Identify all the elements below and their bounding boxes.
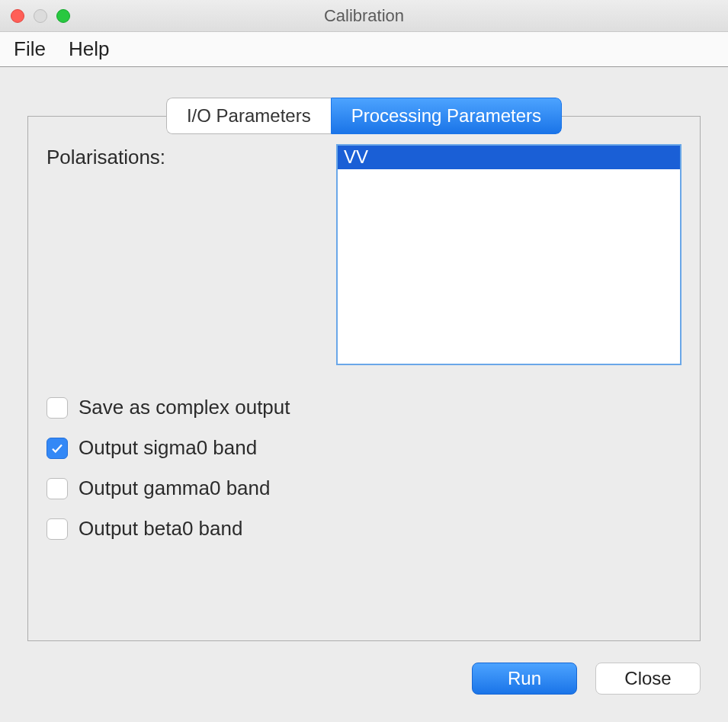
close-window-button[interactable] xyxy=(11,9,24,23)
checkbox-gamma0[interactable] xyxy=(47,478,68,499)
tabbar: I/O Parameters Processing Parameters xyxy=(166,98,562,134)
tab-processing-parameters[interactable]: Processing Parameters xyxy=(331,98,562,134)
dialog-buttons: Run Close xyxy=(0,641,728,722)
checkbox-label-beta0: Output beta0 band xyxy=(79,517,242,541)
check-icon xyxy=(50,441,64,455)
checkbox-row-beta0: Output beta0 band xyxy=(47,517,681,541)
polarisations-row: Polarisations: VV xyxy=(47,144,681,365)
run-button[interactable]: Run xyxy=(472,663,577,695)
window-title: Calibration xyxy=(324,6,404,26)
checkbox-beta0[interactable] xyxy=(47,518,68,540)
minimize-window-button[interactable] xyxy=(34,9,47,23)
checkbox-group: Save as complex output Output sigma0 ban… xyxy=(47,396,681,541)
close-button[interactable]: Close xyxy=(595,663,701,695)
content: I/O Parameters Processing Parameters Pol… xyxy=(0,67,728,641)
tab-io-parameters[interactable]: I/O Parameters xyxy=(166,98,331,134)
checkbox-sigma0[interactable] xyxy=(47,438,68,459)
maximize-window-button[interactable] xyxy=(56,9,70,23)
checkbox-row-gamma0: Output gamma0 band xyxy=(47,477,681,500)
checkbox-label-gamma0: Output gamma0 band xyxy=(79,477,271,500)
titlebar: Calibration xyxy=(0,0,728,32)
traffic-lights xyxy=(11,9,70,23)
checkbox-label-sigma0: Output sigma0 band xyxy=(79,436,257,460)
polarisations-label: Polarisations: xyxy=(47,144,321,365)
menu-help[interactable]: Help xyxy=(69,37,109,61)
polarisations-listbox[interactable]: VV xyxy=(336,144,681,365)
tabs: I/O Parameters Processing Parameters xyxy=(27,98,701,134)
checkbox-row-save-complex: Save as complex output xyxy=(47,396,681,419)
checkbox-save-complex[interactable] xyxy=(47,397,68,419)
polarisations-item-vv[interactable]: VV xyxy=(338,146,680,169)
checkbox-label-save-complex: Save as complex output xyxy=(79,396,290,419)
processing-panel: Polarisations: VV Save as complex output… xyxy=(27,116,701,641)
menu-file[interactable]: File xyxy=(14,37,46,61)
calibration-window: Calibration File Help I/O Parameters Pro… xyxy=(0,0,728,722)
checkbox-row-sigma0: Output sigma0 band xyxy=(47,436,681,460)
menubar: File Help xyxy=(0,32,728,67)
